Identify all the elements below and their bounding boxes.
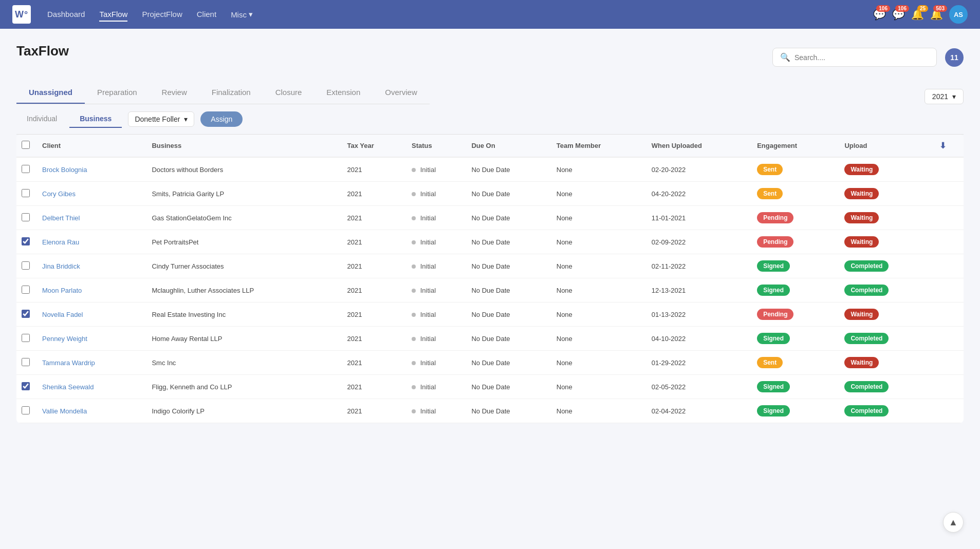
row-status-0: Initial — [406, 157, 466, 182]
nav-dashboard[interactable]: Dashboard — [47, 8, 85, 22]
chat-button-2[interactable]: 💬 106 — [892, 8, 905, 21]
select-all-checkbox[interactable] — [22, 141, 30, 149]
app-logo[interactable]: W° — [12, 5, 31, 24]
search-input[interactable] — [794, 53, 929, 62]
row-upload-0: Waiting — [839, 157, 934, 182]
client-link-8[interactable]: Tammara Wardrip — [42, 359, 95, 367]
navbar-right: 💬 106 💬 106 🔔 25 🔔 503 AS — [873, 5, 968, 24]
row-when-uploaded-1: 04-20-2022 — [646, 182, 752, 206]
row-upload-1: Waiting — [839, 182, 934, 206]
status-text-10: Initial — [420, 407, 436, 415]
row-checkbox-2[interactable] — [22, 213, 30, 221]
row-upload-5: Completed — [839, 278, 934, 302]
filter-number-button[interactable]: 11 — [945, 48, 964, 67]
row-checkbox-10[interactable] — [22, 406, 30, 414]
table-header-row: Client Business Tax Year Status Due On T… — [16, 135, 964, 157]
row-status-9: Initial — [406, 375, 466, 399]
upload-badge-10: Completed — [844, 405, 889, 417]
engagement-badge-5: Signed — [757, 285, 790, 296]
row-when-uploaded-8: 01-29-2022 — [646, 351, 752, 375]
chat-button-1[interactable]: 💬 106 — [873, 8, 886, 21]
year-value: 2021 — [932, 92, 948, 101]
bell-button-1[interactable]: 🔔 25 — [911, 8, 924, 21]
status-dot-9 — [412, 385, 416, 389]
row-checkbox-3[interactable] — [22, 237, 30, 245]
tab-finalization[interactable]: Finalization — [199, 82, 263, 104]
tab-review[interactable]: Review — [150, 82, 199, 104]
tab-closure[interactable]: Closure — [263, 82, 315, 104]
assign-button[interactable]: Assign — [200, 111, 243, 127]
logo-icon: W° — [12, 5, 31, 24]
user-avatar[interactable]: AS — [949, 5, 968, 24]
table-row: Delbert Thiel Gas StationGelatoGem Inc 2… — [16, 206, 964, 230]
header-team-member: Team Member — [551, 135, 646, 157]
row-tax-year-5: 2021 — [342, 278, 406, 302]
engagement-badge-6: Pending — [757, 309, 793, 320]
client-link-7[interactable]: Penney Weight — [42, 335, 87, 343]
status-dot-7 — [412, 337, 416, 341]
status-dot-8 — [412, 361, 416, 365]
assignee-select[interactable]: Donette Foller ▾ — [128, 111, 194, 127]
row-action-0 — [934, 157, 964, 182]
upload-badge-6: Waiting — [844, 309, 879, 320]
client-link-10[interactable]: Vallie Mondella — [42, 407, 87, 415]
row-business-0: Doctors without Borders — [146, 157, 342, 182]
row-checkbox-6[interactable] — [22, 310, 30, 318]
client-link-0[interactable]: Brock Bolognia — [42, 166, 87, 174]
row-upload-9: Completed — [839, 375, 934, 399]
client-link-3[interactable]: Elenora Rau — [42, 238, 79, 246]
assignee-chevron-icon: ▾ — [184, 115, 188, 123]
row-engagement-6: Pending — [752, 302, 839, 327]
nav-projectflow[interactable]: ProjectFlow — [142, 8, 182, 22]
row-due-on-3: No Due Date — [466, 230, 551, 254]
row-action-1 — [934, 182, 964, 206]
row-status-3: Initial — [406, 230, 466, 254]
client-link-6[interactable]: Novella Fadel — [42, 311, 83, 318]
row-checkbox-cell — [16, 254, 37, 278]
client-link-4[interactable]: Jina Briddick — [42, 262, 80, 270]
row-checkbox-cell — [16, 182, 37, 206]
row-checkbox-7[interactable] — [22, 334, 30, 342]
row-upload-10: Completed — [839, 399, 934, 423]
client-link-2[interactable]: Delbert Thiel — [42, 214, 80, 222]
status-text-9: Initial — [420, 383, 436, 391]
year-select[interactable]: 2021 ▾ — [924, 89, 964, 104]
row-checkbox-5[interactable] — [22, 286, 30, 294]
client-link-9[interactable]: Shenika Seewald — [42, 383, 94, 391]
tab-extension[interactable]: Extension — [314, 82, 373, 104]
row-checkbox-1[interactable] — [22, 189, 30, 197]
nav-misc[interactable]: Misc ▾ — [231, 8, 253, 22]
header-due-on: Due On — [466, 135, 551, 157]
row-checkbox-8[interactable] — [22, 358, 30, 366]
row-when-uploaded-2: 11-01-2021 — [646, 206, 752, 230]
row-checkbox-cell — [16, 157, 37, 182]
row-checkbox-0[interactable] — [22, 165, 30, 173]
nav-taxflow[interactable]: TaxFlow — [99, 8, 127, 22]
nav-client[interactable]: Client — [197, 8, 216, 22]
row-engagement-1: Sent — [752, 182, 839, 206]
row-tax-year-2: 2021 — [342, 206, 406, 230]
status-text-0: Initial — [420, 166, 436, 174]
row-due-on-9: No Due Date — [466, 375, 551, 399]
header-tax-year: Tax Year — [342, 135, 406, 157]
client-link-1[interactable]: Cory Gibes — [42, 190, 76, 198]
row-status-2: Initial — [406, 206, 466, 230]
page-title: TaxFlow — [16, 43, 69, 59]
row-checkbox-4[interactable] — [22, 261, 30, 270]
row-action-2 — [934, 206, 964, 230]
bell-button-2[interactable]: 🔔 503 — [930, 8, 943, 21]
status-text-8: Initial — [420, 359, 436, 367]
tab-overview[interactable]: Overview — [373, 82, 430, 104]
tab-preparation[interactable]: Preparation — [85, 82, 150, 104]
status-dot-0 — [412, 168, 416, 172]
client-link-5[interactable]: Moon Parlato — [42, 287, 82, 294]
row-checkbox-9[interactable] — [22, 382, 30, 390]
row-due-on-5: No Due Date — [466, 278, 551, 302]
tab-unassigned[interactable]: Unassigned — [16, 82, 85, 104]
row-engagement-0: Sent — [752, 157, 839, 182]
sub-tab-business[interactable]: Business — [69, 110, 122, 128]
sub-tab-individual[interactable]: Individual — [16, 110, 67, 128]
row-due-on-1: No Due Date — [466, 182, 551, 206]
header-client: Client — [37, 135, 146, 157]
row-client-6: Novella Fadel — [37, 302, 146, 327]
